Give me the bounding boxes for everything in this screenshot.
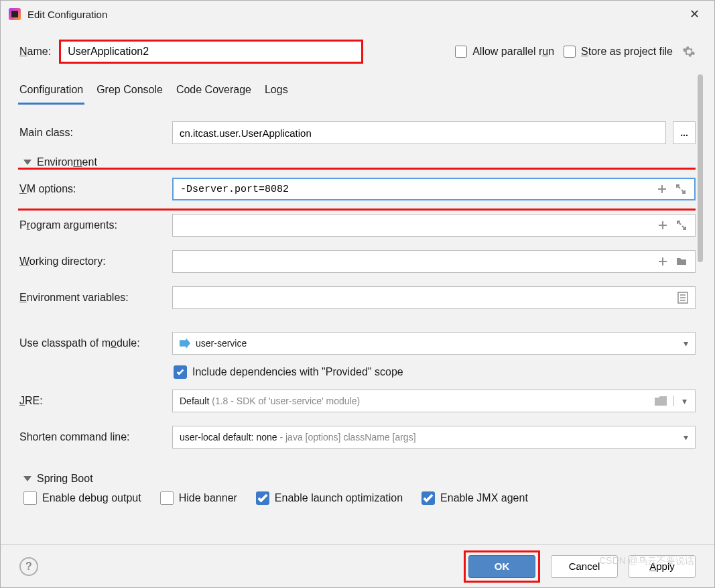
vm-options-row: VM options:	[18, 171, 696, 207]
edit-configuration-dialog: Edit Configuration ✕ Name: Allow paralle…	[0, 0, 715, 588]
include-provided-checkbox[interactable]: Include dependencies with "Provided" sco…	[18, 361, 696, 383]
tab-configuration[interactable]: Configuration	[18, 80, 84, 105]
expand-icon[interactable]	[675, 219, 688, 232]
jre-row: JRE: Default (1.8 - SDK of 'user-service…	[18, 383, 696, 419]
vertical-scrollbar[interactable]	[696, 74, 705, 534]
module-icon	[180, 338, 190, 349]
enable-debug-output-checkbox[interactable]: Enable debug output	[23, 491, 141, 505]
working-dir-input[interactable]	[172, 250, 696, 273]
vm-options-input[interactable]	[172, 178, 696, 200]
main-class-row: Main class: ...	[18, 115, 696, 151]
dialog-footer: ? OK Cancel Apply	[1, 544, 714, 587]
main-class-input[interactable]	[172, 121, 666, 144]
expand-icon[interactable]	[674, 182, 688, 196]
dialog-title: Edit Configuration	[27, 9, 682, 20]
hide-banner-checkbox[interactable]: Hide banner	[160, 491, 237, 505]
tab-grep-console[interactable]: Grep Console	[95, 80, 164, 105]
program-args-input[interactable]	[172, 214, 696, 237]
plus-icon[interactable]	[655, 182, 669, 196]
plus-icon[interactable]	[656, 219, 669, 232]
folder-icon[interactable]	[675, 255, 688, 268]
chevron-down-icon	[23, 160, 31, 165]
main-class-browse-button[interactable]: ...	[673, 121, 696, 144]
classpath-row: Use classpath of module: user-service ▾	[18, 325, 696, 361]
shorten-row: Shorten command line: user-local default…	[18, 419, 696, 455]
classpath-module-dropdown[interactable]: user-service ▾	[172, 332, 696, 355]
environment-section-header[interactable]: Environment	[18, 151, 696, 171]
fade-overlay	[1, 534, 705, 544]
store-as-project-file-checkbox[interactable]: Store as project file	[564, 46, 673, 58]
name-label: Name:	[19, 46, 51, 58]
tab-logs[interactable]: Logs	[263, 80, 289, 105]
tab-code-coverage[interactable]: Code Coverage	[175, 80, 253, 105]
name-row: Name: Allow parallel run Store as projec…	[1, 27, 714, 68]
ok-highlight: OK	[464, 550, 540, 583]
env-vars-row: Environment variables:	[18, 280, 696, 316]
ok-button[interactable]: OK	[468, 555, 535, 578]
chevron-down-icon: ▾	[684, 432, 688, 443]
gear-icon[interactable]	[682, 45, 696, 58]
help-button[interactable]: ?	[19, 557, 38, 576]
folder-icon[interactable]	[655, 396, 667, 406]
spring-boot-options-row: Enable debug output Hide banner Enable l…	[18, 487, 696, 505]
cancel-button[interactable]: Cancel	[551, 555, 618, 578]
close-icon[interactable]: ✕	[682, 7, 706, 21]
chevron-down-icon[interactable]: ▾	[673, 396, 695, 406]
enable-launch-optimization-checkbox[interactable]: Enable launch optimization	[256, 491, 403, 505]
shorten-command-dropdown[interactable]: user-local default: none - java [options…	[172, 426, 696, 449]
env-vars-input[interactable]	[172, 286, 696, 309]
jre-dropdown[interactable]: Default (1.8 - SDK of 'user-service' mod…	[172, 390, 696, 412]
spring-boot-section-header[interactable]: Spring Boot	[18, 467, 696, 487]
allow-parallel-checkbox[interactable]: Allow parallel run	[455, 46, 554, 58]
apply-button[interactable]: Apply	[629, 555, 696, 578]
titlebar: Edit Configuration ✕	[1, 1, 714, 27]
list-icon[interactable]	[677, 292, 688, 304]
working-dir-row: Working directory:	[18, 243, 696, 280]
chevron-down-icon: ▾	[684, 338, 688, 349]
name-input[interactable]	[60, 41, 362, 62]
tab-bar: Configuration Grep Console Code Coverage…	[18, 74, 696, 105]
plus-icon[interactable]	[656, 255, 669, 268]
checkbox-checked-icon	[174, 365, 187, 379]
enable-jmx-agent-checkbox[interactable]: Enable JMX agent	[421, 491, 528, 505]
main-class-label: Main class:	[18, 127, 172, 139]
program-args-row: Program arguments:	[18, 207, 696, 243]
chevron-down-icon	[23, 476, 31, 481]
intellij-icon	[9, 8, 21, 20]
